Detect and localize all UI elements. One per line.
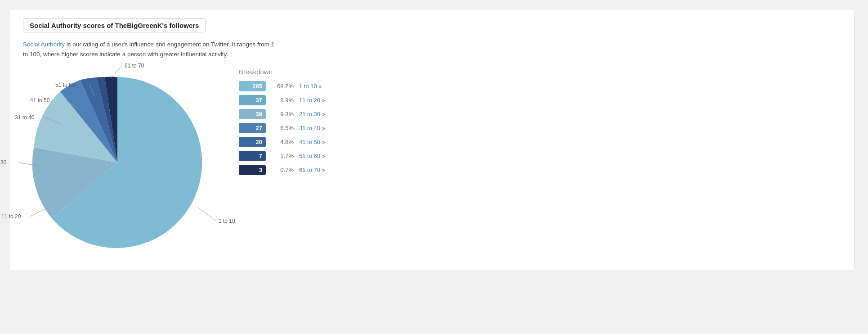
- svg-line-1: [30, 208, 48, 217]
- svg-line-6: [111, 66, 122, 78]
- svg-line-3: [45, 117, 62, 125]
- svg-line-2: [18, 162, 39, 166]
- breakdown-row: 71.7%51 to 60 »: [239, 151, 841, 161]
- breakdown-link-41to50[interactable]: 41 to 50 »: [299, 139, 325, 145]
- svg-line-4: [66, 100, 78, 108]
- chart-labels-svg: 1 to 10 11 to 20 21 to 30 31 to 40 41 to…: [23, 68, 212, 257]
- chart-label-31to40: 31 to 40: [15, 114, 35, 121]
- breakdown-row: 30.7%61 to 70 »: [239, 165, 841, 175]
- breakdown-row: 399.3%21 to 30 »: [239, 109, 841, 119]
- breakdown-pct: 8.9%: [271, 97, 294, 104]
- chart-container: 1 to 10 11 to 20 21 to 30 31 to 40 41 to…: [23, 68, 212, 257]
- breakdown-badge: 39: [239, 109, 266, 119]
- breakdown-badge: 20: [239, 137, 266, 147]
- chart-label-21to30: 21 to 30: [0, 159, 7, 166]
- breakdown-link-21to30[interactable]: 21 to 30 »: [299, 111, 325, 117]
- chart-label-41to50: 41 to 50: [30, 97, 50, 104]
- breakdown-link-31to40[interactable]: 31 to 40 »: [299, 125, 325, 131]
- content-area: 1 to 10 11 to 20 21 to 30 31 to 40 41 to…: [23, 68, 841, 257]
- svg-line-0: [198, 208, 216, 221]
- breakdown-badge: 27: [239, 123, 266, 133]
- breakdown-link-1to10[interactable]: 1 to 10 »: [299, 83, 322, 90]
- main-card: Social Authority scores of TheBigGreenK'…: [9, 9, 855, 271]
- breakdown-row: 276.5%31 to 40 »: [239, 123, 841, 133]
- breakdown-badge: 3: [239, 165, 266, 175]
- social-authority-link[interactable]: Social Authority: [23, 41, 65, 48]
- breakdown-title: Breakdown: [239, 68, 841, 76]
- breakdown-pct: 6.5%: [271, 125, 294, 131]
- breakdown-pct: 9.3%: [271, 111, 294, 117]
- chart-label-1to10: 1 to 10: [219, 218, 235, 224]
- breakdown-pct: 1.7%: [271, 153, 294, 159]
- breakdown-link-51to60[interactable]: 51 to 60 »: [299, 153, 325, 159]
- svg-line-5: [89, 85, 94, 96]
- description: Social Authority is our rating of a user…: [23, 40, 275, 59]
- card-title: Social Authority scores of TheBigGreenK'…: [23, 18, 206, 32]
- breakdown-link-61to70[interactable]: 61 to 70 »: [299, 167, 325, 173]
- breakdown-row: 378.9%11 to 20 »: [239, 95, 841, 105]
- breakdown-row: 28568.2%1 to 10 »: [239, 81, 841, 91]
- chart-label-51to60: 51 to 60: [55, 82, 75, 88]
- chart-label-11to20: 11 to 20: [1, 213, 21, 220]
- breakdown-rows: 28568.2%1 to 10 »378.9%11 to 20 »399.3%2…: [239, 81, 841, 175]
- breakdown-section: Breakdown 28568.2%1 to 10 »378.9%11 to 2…: [239, 68, 841, 179]
- breakdown-pct: 68.2%: [271, 83, 294, 90]
- breakdown-pct: 0.7%: [271, 167, 294, 173]
- breakdown-row: 204.8%41 to 50 »: [239, 137, 841, 147]
- breakdown-link-11to20[interactable]: 11 to 20 »: [299, 97, 325, 104]
- breakdown-badge: 285: [239, 81, 266, 91]
- breakdown-badge: 7: [239, 151, 266, 161]
- breakdown-pct: 4.8%: [271, 139, 294, 145]
- breakdown-badge: 37: [239, 95, 266, 105]
- chart-label-61to70: 61 to 70: [125, 63, 144, 69]
